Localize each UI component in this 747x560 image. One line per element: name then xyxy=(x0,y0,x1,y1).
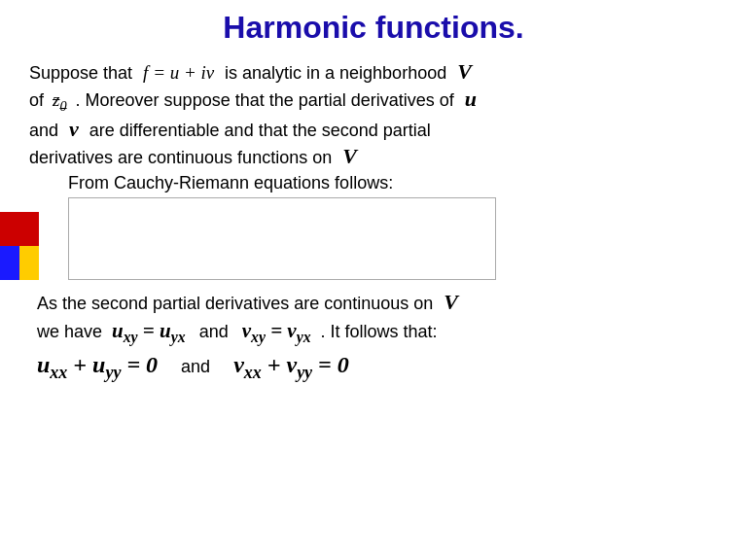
line4-V: V xyxy=(342,144,357,168)
formula-f-uiv: f = u + iv xyxy=(143,62,219,83)
bottom1-pre: As the second partial derivatives are co… xyxy=(37,294,433,313)
corner-red xyxy=(0,212,39,246)
formula-u: u xyxy=(465,87,477,111)
line4-text: derivatives are continuous functions on xyxy=(29,148,332,167)
formula-v: v xyxy=(69,117,79,141)
corner-decoration xyxy=(0,212,39,280)
formula-vxy-vyx: vxy = vyx xyxy=(242,319,311,346)
line3-post: are differentiable and that the second p… xyxy=(89,121,431,140)
line1-pre: Suppose that xyxy=(29,63,132,83)
bottom1-V: V xyxy=(444,290,458,314)
bottom2-and: and xyxy=(199,322,229,342)
bottom-section: As the second partial derivatives are co… xyxy=(29,290,718,383)
equation-box xyxy=(68,197,496,280)
bottom-line-2: we have uxy = uyx and vxy = vyx . It fol… xyxy=(37,319,718,346)
bottom2-post: . It follows that: xyxy=(321,322,438,342)
line2-pre: of xyxy=(29,90,44,110)
bottom-line-1: As the second partial derivatives are co… xyxy=(37,290,718,315)
line3-pre: and xyxy=(29,121,58,140)
corner-blue xyxy=(0,246,19,280)
line5-text: From Cauchy-Riemann equations follows: xyxy=(68,173,393,192)
line-1: Suppose that f = u + iv is analytic in a… xyxy=(29,59,718,85)
formula-vxx-vyy: vxx + vyy = 0 xyxy=(233,352,349,383)
page-container: Harmonic functions. Suppose that f = u +… xyxy=(0,0,747,560)
bottom2-pre: we have xyxy=(37,322,102,342)
formula-uxy-uyx: uxy = uyx xyxy=(112,319,186,346)
line2-post: . Moreover suppose that the partial deri… xyxy=(76,90,454,110)
bottom3-and: and xyxy=(181,357,210,377)
page-title: Harmonic functions. xyxy=(29,10,718,46)
bottom-line-3: uxx + uyy = 0 and vxx + vyy = 0 xyxy=(37,352,718,383)
line-4: derivatives are continuous functions on … xyxy=(29,144,718,169)
line-5: From Cauchy-Riemann equations follows: xyxy=(68,173,718,193)
line-2: of z0 . Moreover suppose that the partia… xyxy=(29,87,718,115)
line1-var-V: V xyxy=(457,59,472,84)
formula-z0: z0 xyxy=(53,89,67,110)
formula-uxx-uyy: uxx + uyy = 0 xyxy=(37,352,158,383)
line-3: and v are differentiable and that the se… xyxy=(29,117,718,142)
line1-post: is analytic in a neighborhood xyxy=(225,63,446,83)
corner-yellow xyxy=(19,246,39,280)
